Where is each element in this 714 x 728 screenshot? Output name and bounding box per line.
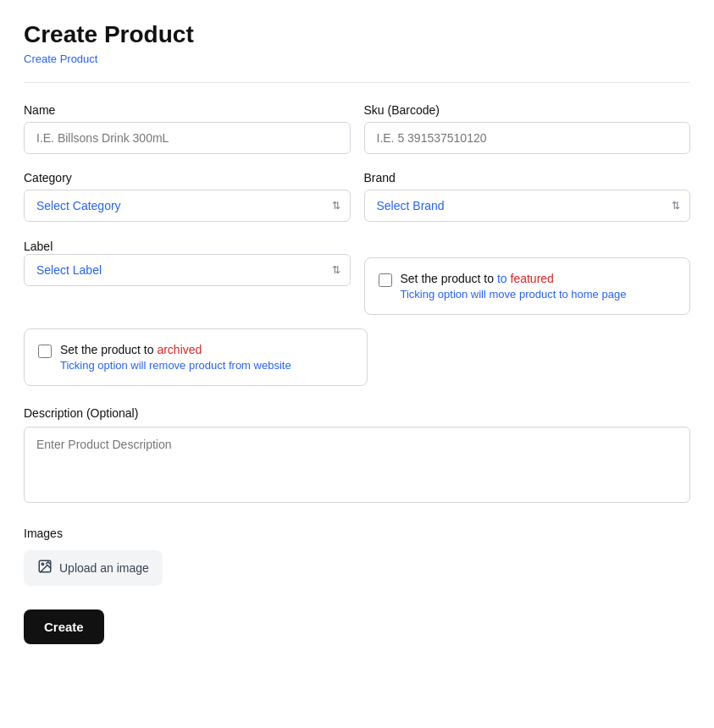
name-label: Name xyxy=(24,103,351,117)
upload-image-button[interactable]: Upload an image xyxy=(24,550,163,586)
featured-card: Set the product to to featured Ticking o… xyxy=(364,257,691,315)
upload-label: Upload an image xyxy=(59,561,149,575)
label-col: Label Select Label ⇅ xyxy=(24,239,351,286)
images-label: Images xyxy=(24,527,690,540)
label-select[interactable]: Select Label xyxy=(24,254,351,286)
sku-label: Sku (Barcode) xyxy=(364,103,691,117)
images-section: Images Upload an image xyxy=(24,527,690,586)
description-textarea[interactable] xyxy=(24,427,690,503)
featured-desc: Ticking option will move product to home… xyxy=(401,288,627,301)
category-select[interactable]: Select Category xyxy=(24,190,351,222)
description-section: Description (Optional) xyxy=(24,406,690,506)
label-select-wrapper: Select Label ⇅ xyxy=(24,254,351,286)
category-select-wrapper: Select Category ⇅ xyxy=(24,190,351,222)
archived-checkbox[interactable] xyxy=(38,345,52,358)
brand-select-wrapper: Select Brand ⇅ xyxy=(364,190,691,222)
name-input[interactable] xyxy=(24,122,351,154)
featured-checkbox[interactable] xyxy=(379,273,392,287)
category-brand-row: Category Select Category ⇅ Brand Select … xyxy=(24,171,690,222)
sku-col: Sku (Barcode) xyxy=(364,103,691,154)
upload-icon xyxy=(37,559,53,577)
archived-text-block: Set the product to archived Ticking opti… xyxy=(60,343,291,372)
create-button[interactable]: Create xyxy=(24,609,104,644)
featured-title: Set the product to to featured xyxy=(401,272,627,285)
brand-select[interactable]: Select Brand xyxy=(364,190,691,222)
name-col: Name xyxy=(24,103,351,154)
archived-desc: Ticking option will remove product from … xyxy=(60,359,291,372)
brand-label: Brand xyxy=(364,171,691,185)
description-label: Description (Optional) xyxy=(24,406,690,420)
archived-card: Set the product to archived Ticking opti… xyxy=(24,328,368,386)
featured-col: Set the product to to featured Ticking o… xyxy=(364,239,691,315)
label-label: Label xyxy=(24,240,53,253)
name-sku-row: Name Sku (Barcode) xyxy=(24,103,690,154)
svg-point-1 xyxy=(42,563,43,565)
divider xyxy=(24,82,690,83)
breadcrumb: Create Product xyxy=(24,52,690,65)
archived-title: Set the product to archived xyxy=(60,343,291,356)
sku-input[interactable] xyxy=(364,122,691,154)
featured-text-block: Set the product to to featured Ticking o… xyxy=(401,272,627,301)
category-col: Category Select Category ⇅ xyxy=(24,171,351,222)
page-title: Create Product xyxy=(24,20,690,49)
archived-section: Set the product to archived Ticking opti… xyxy=(24,328,368,386)
category-label: Category xyxy=(24,171,351,185)
brand-col: Brand Select Brand ⇅ xyxy=(364,171,691,222)
label-featured-row: Label Select Label ⇅ Set the product to … xyxy=(24,239,690,315)
